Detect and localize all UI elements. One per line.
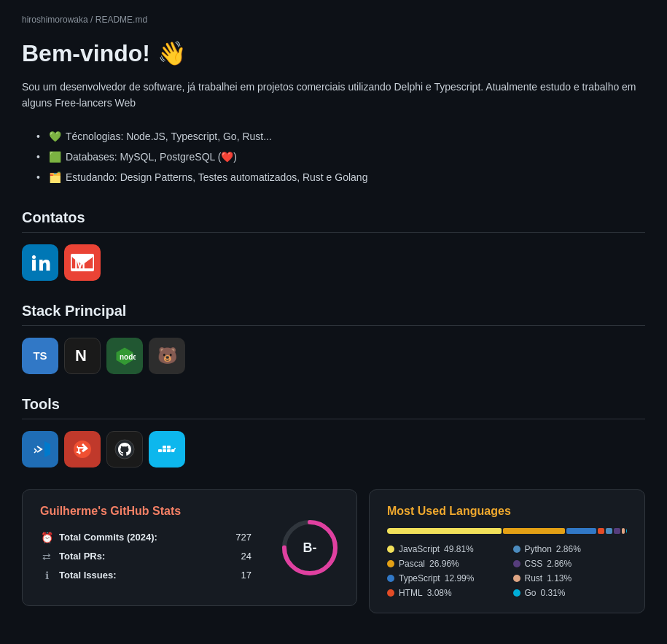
bullet-emoji-tech: 💚: [49, 126, 61, 147]
ts-label: TS: [33, 349, 47, 362]
prs-icon: ⇄: [40, 550, 53, 563]
lang-name-python: Python: [525, 544, 552, 554]
lang-pct-css: 2.86%: [547, 559, 572, 569]
svg-rect-13: [163, 446, 166, 449]
bullet-text-studying: Estudando: Design Patterns, Testes autom…: [66, 167, 368, 187]
language-grid: JavaScript 49.81% Python 2.86% Pascal 26…: [387, 544, 627, 598]
lang-name-go: Go: [525, 588, 537, 598]
lang-item-go: Go 0.31%: [513, 588, 628, 598]
typescript-icon[interactable]: TS: [22, 338, 58, 374]
stack-divider: [22, 325, 645, 326]
gmail-svg: M: [71, 254, 94, 271]
bar-rust: [622, 528, 625, 534]
contacts-icons: M: [22, 244, 645, 281]
svg-point-1: [32, 255, 36, 259]
nodejs-svg: node: [114, 345, 136, 367]
stats-card: Guilherme's GitHub Stats ⏰ Total Commits…: [22, 489, 357, 606]
svg-rect-9: [155, 439, 179, 459]
bar-css: [614, 528, 620, 534]
git-svg: [72, 439, 93, 459]
lang-item-pascal: Pascal 26.96%: [387, 559, 502, 569]
svg-text:M: M: [74, 257, 85, 271]
lang-pct-html: 3.08%: [427, 588, 452, 598]
lang-pct-go: 0.31%: [541, 588, 566, 598]
lang-item-javascript: JavaScript 49.81%: [387, 544, 502, 554]
docker-svg: [155, 439, 179, 459]
vscode-icon[interactable]: [22, 431, 58, 468]
grade-circle: B-: [281, 519, 339, 577]
bullet-item-tech: 💚 Técnologias: Node.JS, Typescript, Go, …: [36, 126, 645, 147]
tools-icons: [22, 431, 645, 468]
bar-typescript: [566, 528, 596, 534]
nginx-svg: N: [71, 345, 93, 367]
lang-pct-pascal: 26.96%: [429, 559, 459, 569]
bar-go: [626, 528, 627, 534]
issues-value: 17: [241, 570, 251, 581]
svg-point-7: [74, 441, 91, 458]
breadcrumb-file: README.md: [95, 15, 147, 25]
commits-label: Total Commits (2024):: [59, 532, 230, 543]
docker-icon[interactable]: [149, 431, 185, 468]
languages-card-title: Most Used Languages: [387, 505, 627, 518]
welcome-text: Bem-vindo!: [22, 40, 150, 67]
lang-name-html: HTML: [399, 588, 423, 598]
dot-javascript: [387, 546, 394, 553]
contacts-divider: [22, 232, 645, 233]
lang-pct-typescript: 12.99%: [445, 573, 475, 583]
commits-value: 727: [235, 532, 251, 543]
bullet-list: 💚 Técnologias: Node.JS, Typescript, Go, …: [22, 126, 645, 187]
lang-item-typescript: TypeScript 12.99%: [387, 573, 502, 583]
dot-html: [387, 589, 394, 597]
description-text: Sou um desenvolvedor de software, já tra…: [22, 79, 645, 112]
svg-point-16: [174, 448, 176, 449]
commits-icon: ⏰: [40, 531, 53, 544]
grade-text: B-: [303, 540, 317, 555]
breadcrumb: hiroshimorowaka / README.md: [22, 15, 645, 25]
nginx-icon[interactable]: N: [64, 338, 101, 374]
lang-pct-rust: 1.13%: [547, 573, 572, 583]
bullet-item-db: 🟩 Databases: MySQL, PostgreSQL (❤️): [36, 147, 645, 167]
bar-html: [598, 528, 605, 534]
svg-rect-12: [167, 449, 171, 452]
page-wrapper: hiroshimorowaka / README.md Bem-vindo! 👋…: [0, 0, 667, 635]
svg-text:node: node: [120, 353, 136, 361]
lang-item-rust: Rust 1.13%: [513, 573, 628, 583]
stack-title: Stack Principal: [22, 303, 645, 319]
bar-pascal: [503, 528, 565, 534]
cute-icon[interactable]: 🐻: [149, 338, 185, 374]
git-icon[interactable]: [64, 431, 101, 468]
stack-icons: TS N node 🐻: [22, 338, 645, 374]
issues-icon: ℹ: [40, 569, 53, 582]
dot-typescript: [387, 575, 394, 582]
breadcrumb-separator: /: [88, 15, 95, 25]
prs-label: Total PRs:: [59, 551, 235, 562]
lang-name-css: CSS: [525, 559, 543, 569]
linkedin-icon[interactable]: [22, 244, 58, 281]
dot-pascal: [387, 560, 394, 567]
bar-python: [606, 528, 612, 534]
page-title: Bem-vindo! 👋: [22, 39, 645, 67]
svg-point-8: [115, 440, 134, 459]
tools-title: Tools: [22, 396, 645, 413]
bottom-row: Guilherme's GitHub Stats ⏰ Total Commits…: [22, 489, 645, 613]
stats-card-title: Guilherme's GitHub Stats: [40, 505, 339, 518]
github-icon[interactable]: [106, 431, 143, 468]
lang-name-typescript: TypeScript: [399, 573, 440, 583]
lang-pct-javascript: 49.81%: [444, 544, 474, 554]
language-bar: [387, 528, 627, 534]
dot-go: [513, 589, 520, 597]
bullet-item-studying: 🗂️ Estudando: Design Patterns, Testes au…: [36, 167, 645, 187]
bullet-emoji-db: 🟩: [49, 147, 61, 167]
svg-rect-0: [32, 260, 36, 271]
bullet-text-db: Databases: MySQL, PostgreSQL (❤️): [66, 147, 237, 167]
vscode-svg: [30, 439, 50, 459]
nodejs-icon[interactable]: node: [106, 338, 143, 374]
welcome-emoji: 👋: [157, 39, 187, 67]
dot-rust: [513, 575, 520, 582]
gmail-icon[interactable]: M: [64, 244, 101, 281]
contacts-title: Contatos: [22, 209, 645, 226]
bullet-emoji-studying: 🗂️: [49, 167, 61, 187]
lang-pct-python: 2.86%: [556, 544, 581, 554]
github-svg: [114, 439, 135, 459]
svg-rect-14: [167, 446, 171, 449]
